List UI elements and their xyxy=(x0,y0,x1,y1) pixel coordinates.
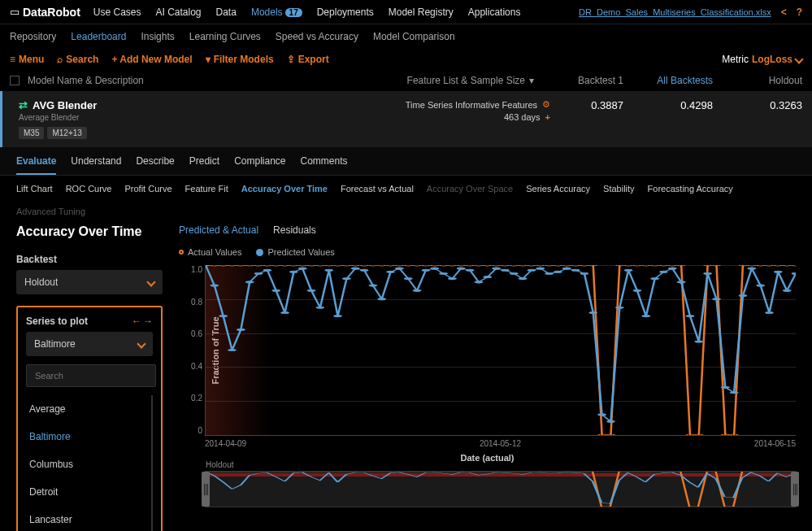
series-label: Series to plot xyxy=(26,316,88,327)
svg-point-103 xyxy=(510,272,518,275)
dataset-filename-link[interactable]: DR_Demo_Sales_Multiseries_Classification… xyxy=(579,7,771,17)
add-model-button[interactable]: + Add New Model xyxy=(111,54,192,65)
svg-point-109 xyxy=(563,268,571,270)
menu-button[interactable]: ≡Menu xyxy=(10,54,44,65)
subtab-roc-curve[interactable]: ROC Curve xyxy=(66,184,112,194)
subtab-lift-chart[interactable]: Lift Chart xyxy=(16,184,53,194)
backtest-select[interactable]: Holdout xyxy=(16,270,163,294)
subtab-forecast-vs-actual[interactable]: Forecast vs Actual xyxy=(341,184,414,194)
model-name: ⇄ AVG Blender xyxy=(19,99,97,111)
svg-point-81 xyxy=(316,307,323,309)
svg-point-125 xyxy=(704,272,711,275)
model-row[interactable]: ⇄ AVG Blender Average Blender M35 M12+13… xyxy=(0,91,812,147)
svg-point-121 xyxy=(669,268,676,270)
arrow-left-icon: ← xyxy=(132,316,141,327)
logo[interactable]: ▭ DataRobot xyxy=(10,6,80,19)
subtab-accuracy-over-space: Accuracy Over Space xyxy=(427,184,513,194)
models-count-badge: 17 xyxy=(285,8,302,17)
series-option-lancaster[interactable]: Lancaster xyxy=(26,506,153,531)
nav-data[interactable]: Data xyxy=(216,7,237,18)
subnav-repository[interactable]: Repository xyxy=(10,31,56,42)
score-all-backtests: 0.4298 xyxy=(656,99,713,111)
tab-predict[interactable]: Predict xyxy=(189,155,219,175)
svg-point-80 xyxy=(308,289,315,292)
series-search-input[interactable] xyxy=(26,364,156,387)
svg-point-107 xyxy=(545,272,553,275)
subtab-feature-fit[interactable]: Feature Fit xyxy=(185,184,228,194)
subtab-profit-curve[interactable]: Profit Curve xyxy=(124,184,172,194)
tab-evaluate[interactable]: Evaluate xyxy=(16,155,56,175)
nav-models[interactable]: Models17 xyxy=(251,7,302,18)
svg-point-130 xyxy=(748,268,755,270)
select-all-checkbox[interactable] xyxy=(10,76,20,85)
range-selector[interactable]: Holdout xyxy=(205,471,796,507)
tab-understand[interactable]: Understand xyxy=(71,155,121,175)
nav-deployments[interactable]: Deployments xyxy=(317,7,374,18)
svg-point-69 xyxy=(211,285,218,287)
nav-use-cases[interactable]: Use Cases xyxy=(93,7,141,18)
svg-point-102 xyxy=(502,269,509,272)
subnav-learning-curves[interactable]: Learning Curves xyxy=(189,31,261,42)
series-option-detroit[interactable]: Detroit xyxy=(26,478,153,506)
svg-point-93 xyxy=(423,269,430,272)
svg-point-77 xyxy=(281,311,289,314)
bp-tag[interactable]: M35 xyxy=(19,127,44,139)
col-all-backtests[interactable]: All Backtests xyxy=(656,75,713,86)
filter-icon: ▾ xyxy=(529,75,534,86)
col-backtest-1[interactable]: Backtest 1 xyxy=(567,75,623,86)
svg-point-68 xyxy=(206,265,209,266)
main-chart[interactable]: Fraction of True 1.00.80.60.40.20 xyxy=(205,265,796,436)
subtab-forecasting-accuracy[interactable]: Forecasting Accuracy xyxy=(648,184,733,194)
monitor-icon: ▭ xyxy=(10,6,20,18)
search-button[interactable]: ⌕Search xyxy=(57,54,98,65)
funnel-icon: ▾ xyxy=(206,54,211,65)
svg-point-134 xyxy=(784,289,791,292)
workflow-icon[interactable]: ⚙ xyxy=(542,99,550,110)
series-nav-arrows[interactable]: ←→ xyxy=(132,316,153,327)
subtab-stability[interactable]: Stability xyxy=(603,184,635,194)
series-select[interactable]: Baltimore xyxy=(26,332,153,356)
nav-applications[interactable]: Applications xyxy=(468,7,521,18)
subtab-series-accuracy[interactable]: Series Accuracy xyxy=(526,184,590,194)
subnav-speed-accuracy[interactable]: Speed vs Accuracy xyxy=(276,31,358,42)
col-model-name[interactable]: Model Name & Description xyxy=(28,75,144,86)
subnav-model-comparison[interactable]: Model Comparison xyxy=(373,31,455,42)
bp-tag[interactable]: M12+13 xyxy=(47,127,86,139)
chart-tab-predicted-actual[interactable]: Predicted & Actual xyxy=(179,224,258,236)
chart-tab-residuals[interactable]: Residuals xyxy=(273,224,316,236)
metric-selector[interactable]: Metric LogLoss xyxy=(722,54,802,65)
chevron-down-icon xyxy=(794,54,803,63)
page-title: Accuracy Over Time xyxy=(16,224,163,239)
nav-ai-catalog[interactable]: AI Catalog xyxy=(155,7,201,18)
svg-point-119 xyxy=(651,277,658,280)
col-holdout[interactable]: Holdout xyxy=(745,75,802,86)
export-icon: ⇪ xyxy=(287,54,295,65)
chart-mode-tabs: Predicted & Actual Residuals xyxy=(179,224,796,236)
subtab-accuracy-over-time[interactable]: Accuracy Over Time xyxy=(241,184,328,194)
series-option-columbus[interactable]: Columbus xyxy=(26,450,153,478)
sub-nav: Repository Leaderboard Insights Learning… xyxy=(0,24,812,49)
series-option-average[interactable]: Average xyxy=(26,395,153,423)
filter-models-button[interactable]: ▾Filter Models xyxy=(206,54,274,65)
svg-point-85 xyxy=(352,268,359,270)
tab-describe[interactable]: Describe xyxy=(136,155,174,175)
tab-compliance[interactable]: Compliance xyxy=(234,155,285,175)
help-icon[interactable]: ? xyxy=(797,7,802,18)
subnav-leaderboard[interactable]: Leaderboard xyxy=(71,31,126,42)
export-button[interactable]: ⇪Export xyxy=(287,54,329,65)
svg-point-114 xyxy=(607,420,614,423)
nav-model-registry[interactable]: Model Registry xyxy=(389,7,454,18)
plus-icon[interactable]: + xyxy=(545,112,550,122)
tab-comments[interactable]: Comments xyxy=(301,155,348,175)
svg-point-84 xyxy=(343,277,350,280)
col-feature-list[interactable]: Feature List & Sample Size▾ xyxy=(407,75,534,86)
subnav-insights[interactable]: Insights xyxy=(141,31,174,42)
range-handle-right[interactable] xyxy=(791,472,799,507)
svg-point-120 xyxy=(660,271,667,273)
svg-point-128 xyxy=(731,391,738,394)
svg-point-117 xyxy=(634,289,641,292)
range-handle-left[interactable] xyxy=(202,472,210,507)
series-option-baltimore[interactable]: Baltimore xyxy=(26,423,153,450)
share-icon[interactable]: < xyxy=(781,7,787,18)
svg-point-91 xyxy=(405,277,412,280)
